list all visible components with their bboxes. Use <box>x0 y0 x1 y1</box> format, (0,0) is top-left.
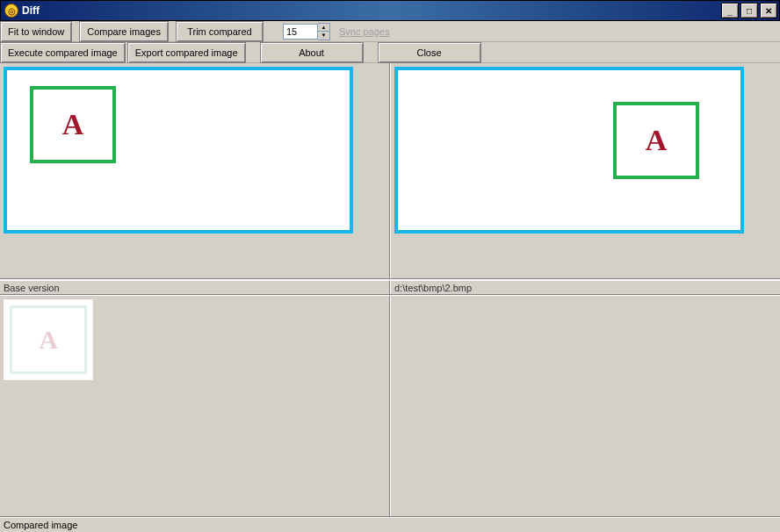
sync-pages-link: Sync pages <box>339 26 389 37</box>
left-image-pane: A <box>0 63 390 278</box>
window-title: Diff <box>22 4 721 17</box>
export-compared-button[interactable]: Export compared image <box>127 42 246 63</box>
content-area: A A Base version d:\test\bmp\2.bmp A <box>0 63 780 532</box>
toolbar-row-2: Execute compared image Export compared i… <box>0 42 780 63</box>
execute-compared-button[interactable]: Execute compared image <box>0 42 126 63</box>
window-buttons: _ □ ✕ <box>721 3 779 18</box>
right-A-glyph: A <box>646 124 668 157</box>
footer-label: Compared image <box>0 516 780 532</box>
close-button[interactable]: Close <box>378 42 481 63</box>
spin-up-button[interactable]: ▲ <box>318 24 329 32</box>
thumb-A-box: A <box>10 306 87 374</box>
left-pane-label: Base version <box>0 280 390 294</box>
title-bar: ◎ Diff _ □ ✕ <box>0 0 780 21</box>
trim-value-stepper: ▲ ▼ <box>283 21 330 41</box>
thumb-A-glyph: A <box>39 325 58 355</box>
toolbar-row-1: Fit to window Compare images Trim compar… <box>0 21 780 42</box>
right-image-pane: A <box>390 63 780 278</box>
left-A-box: A <box>30 86 116 163</box>
compare-images-button[interactable]: Compare images <box>79 21 169 42</box>
compared-preview-pane: A <box>0 296 390 516</box>
maximize-button[interactable]: □ <box>740 3 758 18</box>
minimize-button[interactable]: _ <box>721 3 739 18</box>
right-A-box: A <box>613 102 699 179</box>
close-window-button[interactable]: ✕ <box>760 3 777 18</box>
pane-labels: Base version d:\test\bmp\2.bmp <box>0 279 780 295</box>
bottom-panes: A <box>0 295 780 516</box>
top-panes: A A <box>0 63 780 279</box>
trim-value-input[interactable] <box>283 24 318 40</box>
app-icon: ◎ <box>4 4 18 18</box>
compared-thumbnail: A <box>4 299 93 380</box>
spin-down-button[interactable]: ▼ <box>318 32 329 40</box>
right-bottom-pane <box>390 296 780 516</box>
left-canvas: A <box>4 67 353 234</box>
left-A-glyph: A <box>62 108 84 141</box>
trim-compared-button[interactable]: Trim compared <box>176 21 264 42</box>
right-pane-label: d:\test\bmp\2.bmp <box>390 280 780 294</box>
right-canvas: A <box>394 67 744 234</box>
fit-to-window-button[interactable]: Fit to window <box>0 21 72 42</box>
about-button[interactable]: About <box>260 42 364 63</box>
